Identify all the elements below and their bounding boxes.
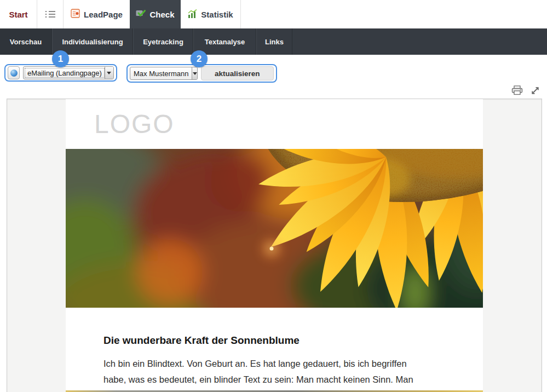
email-heading: Die wunderbare Kraft der Sonnenblume (103, 335, 445, 347)
subnav-label: Individualisierung (62, 38, 123, 46)
email-logo-area: LOGO (66, 99, 483, 149)
tab-leadpage[interactable]: LeadPage (64, 0, 130, 28)
logo-placeholder: LOGO (94, 109, 175, 139)
tab-start[interactable]: Start (0, 0, 37, 28)
subnav-label: Vorschau (10, 38, 42, 46)
update-button[interactable]: aktualisieren (201, 66, 274, 80)
email-preview[interactable]: LOGO (66, 99, 483, 392)
preview-tools (511, 85, 540, 95)
top-navigation: Start LeadPage (0, 0, 547, 28)
tab-statistik-label: Statistik (201, 10, 233, 19)
badge-number: 1 (58, 54, 63, 65)
globe-ball-icon (10, 70, 18, 77)
email-paragraph-line: Ich bin ein Blindtext. Von Geburt an. Es… (103, 356, 445, 372)
sub-navigation: Vorschau Individualisierung Eyetracking … (0, 28, 547, 55)
check-icon (136, 9, 146, 20)
bar-chart-icon (188, 9, 197, 20)
subnav-item-eyetracking[interactable]: Eyetracking (133, 28, 193, 55)
tab-check-label: Check (149, 10, 174, 19)
tab-start-label: Start (9, 10, 27, 19)
recipient-select-value: Max Mustermann (130, 67, 192, 79)
expand-icon[interactable] (531, 86, 540, 95)
subnav-item-vorschau[interactable]: Vorschau (0, 28, 52, 55)
badge-number: 2 (197, 54, 201, 65)
list-icon (45, 10, 55, 18)
subnav-label: Links (265, 38, 284, 46)
tab-statistik[interactable]: Statistik (181, 0, 241, 28)
mailing-type-button[interactable] (8, 66, 20, 79)
chevron-down-icon (192, 67, 197, 79)
tab-list[interactable] (37, 0, 64, 28)
tab-leadpage-label: LeadPage (84, 10, 123, 19)
preview-panel: LOGO (7, 99, 542, 392)
email-paragraph-line: habe, was es bedeutet, ein blinder Text … (103, 372, 445, 388)
callout-badge-1: 1 (52, 50, 69, 67)
chevron-down-icon (105, 67, 113, 79)
subnav-label: Textanalyse (205, 38, 245, 46)
preview-toolbar: eMailing (Landingpage) Max Mustermann ak… (4, 64, 547, 83)
page-icon (71, 9, 80, 20)
callout-badge-2: 2 (191, 50, 208, 67)
recipient-select[interactable]: Max Mustermann (130, 67, 198, 80)
email-body: Die wunderbare Kraft der Sonnenblume Ich… (66, 335, 483, 388)
subnav-item-links[interactable]: Links (256, 28, 292, 55)
printer-icon[interactable] (511, 85, 523, 95)
mailing-select-value: eMailing (Landingpage) (25, 68, 105, 78)
sunflower-hero-image (66, 149, 483, 308)
tab-check-active[interactable]: Check (130, 0, 181, 28)
subnav-label: Eyetracking (143, 38, 183, 46)
app-window: Start LeadPage (0, 0, 547, 392)
mailing-select[interactable]: eMailing (Landingpage) (23, 66, 114, 79)
